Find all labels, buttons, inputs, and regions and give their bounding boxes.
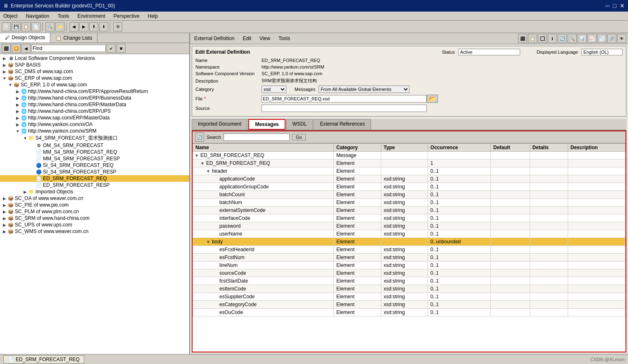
tree-toggle-11[interactable]: ▼ (15, 129, 21, 133)
tree-item-url-masterdata[interactable]: ▶ 🌐 http://www.hand-china.com/ERP/Master… (0, 101, 189, 108)
tab-design-objects[interactable]: 🖊 Design Objects (0, 33, 50, 43)
minimize-button[interactable]: ─ (606, 2, 610, 9)
tree-toggle-10[interactable]: ▶ (15, 122, 21, 127)
toolbar-btn-nav-back[interactable]: ◀ (69, 22, 78, 31)
toolbar-btn-9[interactable]: ⚙ (113, 22, 122, 31)
table-row[interactable]: applicationCodeElementxsd:string0..1 (193, 175, 626, 183)
toolbar-btn-6[interactable]: 📁 (55, 22, 64, 31)
toolbar-btn-7[interactable]: ⬆ (89, 22, 98, 31)
tree-item-ed-resp[interactable]: 📄 ED_SRM_FORECAST_RESP (0, 182, 189, 188)
toolbar-btn-nav-fwd[interactable]: ▶ (79, 22, 88, 31)
table-row[interactable]: esSupplierCodeElementxsd:string0..1 (193, 293, 626, 301)
tree-toggle-6[interactable]: ▶ (15, 96, 21, 100)
tab-messages[interactable]: Messages (248, 119, 285, 130)
find-input[interactable] (31, 45, 106, 52)
tree-item-sc-dms[interactable]: ▶ 📦 SC_DMS of www.sap.com (0, 68, 189, 75)
toolbar-btn-2[interactable]: 💾 (12, 22, 21, 31)
tree-item-url-oa[interactable]: ▶ 🌐 http://www.yankon.com/xi/OA (0, 121, 189, 128)
table-row[interactable]: ▼bodyElement0..unbounded (193, 238, 626, 246)
find-cancel-btn[interactable]: ✖ (117, 44, 126, 53)
tree-item-mm-req[interactable]: 📄 MM_S4_SRM_FORECAST_REQ (0, 149, 189, 155)
menu-environment[interactable]: Environment (76, 12, 107, 20)
menu-object[interactable]: Object (2, 12, 19, 20)
find-confirm-btn[interactable]: ✔ (107, 44, 116, 53)
tree-toggle-sc-oa[interactable]: ▶ (2, 196, 7, 201)
tree-toggle-5[interactable]: ▶ (15, 89, 21, 94)
table-row[interactable]: esFcstNumElementxsd:string0..1 (193, 254, 626, 262)
tab-wsdl[interactable]: WSDL (286, 119, 313, 130)
menu-help[interactable]: Help (146, 12, 159, 20)
menu-tools[interactable]: Tools (56, 12, 71, 20)
tree-toggle-7[interactable]: ▶ (15, 102, 21, 107)
tree-item-mm-resp[interactable]: 📄 MM_S4_SRM_FORECAST_RESP (0, 155, 189, 162)
table-row[interactable]: batchCountElementxsd:string0..1 (193, 191, 626, 199)
messages-select[interactable]: From All Available Global Elements (319, 86, 409, 93)
table-row[interactable]: interfaceCodeElementxsd:string0..1 (193, 214, 626, 222)
right-menu-tools[interactable]: Tools (276, 35, 293, 42)
file-input[interactable] (262, 95, 427, 102)
tree-item-om[interactable]: ⚙ OM_S4_SRM_FORECAST (0, 142, 189, 149)
tree-item-sc-ups[interactable]: ▶ 📦 SC_UPS of www.ups.com (0, 221, 189, 228)
tree-item-local[interactable]: ▶ 🖥 Local Software Component Versions (0, 55, 189, 62)
table-row[interactable]: applicationGroupCodeElementxsd:string0..… (193, 183, 626, 191)
toolbar-btn-1[interactable]: ⬜ (2, 22, 11, 31)
tree-item-sc-oa[interactable]: ▶ 📦 SC_OA of www.weaver.com.cn (0, 195, 189, 202)
table-row[interactable]: batchNumElementxsd:string0..1 (193, 199, 626, 207)
right-menu-edit[interactable]: Edit (240, 35, 254, 42)
table-row[interactable]: esFcstHeaderIdElementxsd:string0..1 (193, 246, 626, 254)
tree-item-sap-basis[interactable]: ▶ 📦 SAP BASIS (0, 62, 189, 68)
table-row[interactable]: esCategoryCodeElementxsd:string0..1 (193, 301, 626, 309)
tree-toggle-3[interactable]: ▼ (2, 76, 7, 81)
tree-toggle-sc-wms[interactable]: ▶ (2, 229, 7, 234)
rt-btn-4[interactable]: ℹ (548, 34, 557, 43)
search-input[interactable] (224, 133, 290, 141)
table-scroll[interactable]: Name Category Type Occurrence Default De… (193, 143, 626, 352)
rt-btn-2[interactable]: 📋 (528, 34, 537, 43)
category-select[interactable]: xsd (262, 86, 286, 93)
source-input[interactable] (262, 105, 427, 112)
tree-toggle-8[interactable]: ▶ (15, 109, 21, 114)
upload-button[interactable]: 📂 (427, 95, 438, 103)
tree-item-si-req[interactable]: 🔵 SI_S4_SRM_FORECAST_REQ (0, 162, 189, 169)
tree-item-sc-pie[interactable]: ▶ 📦 SC_PIE of www.pie.com (0, 202, 189, 208)
toolbar-btn-8[interactable]: ⬇ (99, 22, 108, 31)
right-menu-external[interactable]: External Definition (192, 35, 237, 42)
table-row[interactable]: ▼ED_SRM_FORECAST_REQElement1 (193, 159, 626, 167)
table-row[interactable]: sourceCodeElementxsd:string0..1 (193, 269, 626, 277)
tree-item-ed-req[interactable]: 📄 ED_SRM_FORECAST_REQ (0, 175, 189, 182)
tree-toggle-sc-srm[interactable]: ▶ (2, 216, 7, 221)
toolbar-btn-4[interactable]: 📄 (31, 22, 40, 31)
rt-btn-1[interactable]: ⬛ (518, 34, 527, 43)
tree-toggle-2[interactable]: ▶ (2, 69, 7, 74)
tree-item-si-resp[interactable]: 🔵 SI_S4_SRM_FORECAST_RESP (0, 169, 189, 175)
toolbar-btn-5[interactable]: 🔍 (45, 22, 55, 31)
tree-item-imported[interactable]: ▶ 📁 Imported Objects (0, 188, 189, 195)
tree-toggle-1[interactable]: ▶ (2, 63, 7, 67)
tree-item-url-ups[interactable]: ▶ 🌐 http://www.hand-china.com/ERP/UPS (0, 108, 189, 114)
table-refresh-btn[interactable]: 🔄 (195, 133, 204, 142)
menu-perspective[interactable]: Perspective (112, 12, 141, 20)
tree-item-sc-wms[interactable]: ▶ 📦 SC_WMS of www.weaver.com.cn (0, 228, 189, 235)
table-row[interactable]: lineNumElementxsd:string0..1 (193, 262, 626, 269)
tree-item-sc-plm[interactable]: ▶ 📦 SC_PLM of www.plm.com.cn (0, 208, 189, 215)
table-row[interactable]: userNameElementxsd:string0..1 (193, 230, 626, 238)
table-row[interactable]: esOuCodeElementxsd:string0..1 (193, 309, 626, 316)
toolbar-btn-3[interactable]: 📋 (21, 22, 31, 31)
tree-item-sc-erp[interactable]: ▼ 📦 SC_ERP of www.sap.com (0, 75, 189, 81)
left-btn-1[interactable]: ⬛ (2, 44, 11, 53)
tree-item-url-approve[interactable]: ▶ 🌐 http://www.hand-china.com/ERP/Approv… (0, 88, 189, 95)
table-row[interactable]: ▼headerElement0..1 (193, 167, 626, 175)
rt-btn-3[interactable]: 🔲 (538, 34, 547, 43)
tab-imported-document[interactable]: Imported Document (192, 119, 247, 130)
left-btn-3[interactable]: ◀ (21, 44, 31, 53)
tree-toggle-12[interactable]: ▼ (22, 136, 28, 140)
tree-toggle-0[interactable]: ▶ (2, 56, 7, 61)
tree-toggle-4[interactable]: ▼ (7, 83, 13, 87)
tree-item-sc-erp-10[interactable]: ▼ 📦 SC_ERP, 1.0 of www.sap.com (0, 81, 189, 88)
tab-external-references[interactable]: External References (314, 119, 371, 130)
rt-btn-10[interactable]: 🔗 (607, 34, 616, 43)
go-button[interactable]: Go (292, 134, 306, 140)
tree-toggle-sc-pie[interactable]: ▶ (2, 203, 7, 207)
table-row[interactable]: passwordElementxsd:string0..1 (193, 222, 626, 230)
tree-toggle-imported[interactable]: ▶ (22, 190, 28, 194)
